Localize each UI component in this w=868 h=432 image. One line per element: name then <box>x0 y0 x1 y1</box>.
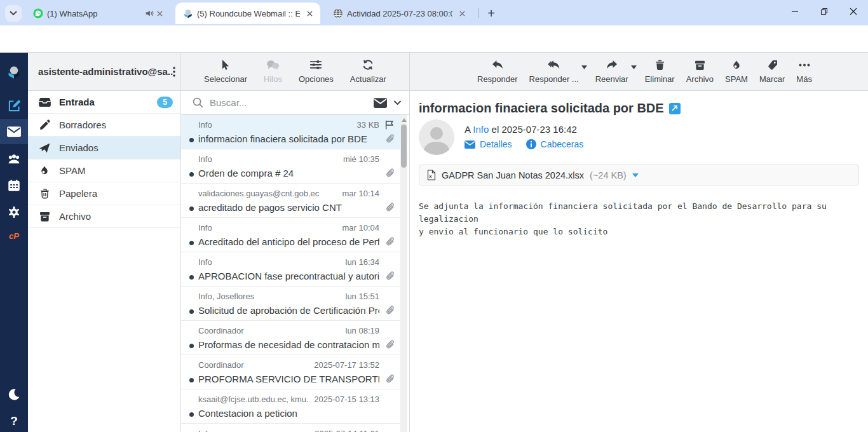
roundcube-app: cP ? asistente-administrativo@sa... Sele… <box>0 53 868 432</box>
tab-audio-icon[interactable] <box>145 9 154 18</box>
tab-close-icon[interactable] <box>154 8 165 19</box>
message-meta: 33 KB <box>357 120 379 130</box>
compose-icon[interactable] <box>0 93 28 118</box>
message-meta: mié 10:35 <box>343 154 379 164</box>
search-options-chevron-icon[interactable] <box>393 100 402 105</box>
cpanel-icon[interactable]: cP <box>0 223 28 248</box>
folder-list: Entrada 5 Borradores Enviados <box>28 91 181 432</box>
mail-icon[interactable] <box>0 119 28 144</box>
message-meta: 2025-07-17 13:52 <box>314 360 379 370</box>
message-list-item[interactable]: Coordinador lun 08:19 Proformas de neces… <box>181 321 401 355</box>
close-button[interactable] <box>839 0 868 23</box>
tab-title: (5) Roundcube Webmail :: Envia <box>197 9 300 18</box>
archive-button[interactable]: Archivo <box>684 58 716 84</box>
message-list-item[interactable]: Info lun 16:34 APROBACION fase precontra… <box>181 252 401 287</box>
attachment-icon <box>379 374 395 384</box>
message-list-item[interactable]: validaciones.guayas@cnt.gob.ec mar 10:14… <box>181 184 401 218</box>
message-list-item[interactable]: Info mar 10:04 Acreditado del anticipo d… <box>181 218 401 252</box>
options-sliders-icon <box>309 58 322 71</box>
scrollbar-thumb[interactable] <box>401 125 407 168</box>
details-toggle[interactable]: Detalles <box>465 139 512 149</box>
folder-archivo[interactable]: Archivo <box>28 205 180 228</box>
attachment-filename[interactable]: GADPR San Juan Notas 2024.xlsx <box>442 170 584 180</box>
folder-spam[interactable]: SPAM <box>28 159 180 182</box>
account-menu-icon[interactable] <box>173 67 175 77</box>
tab-title: (1) WhatsApp <box>47 9 141 18</box>
roundcube-logo[interactable] <box>0 59 28 84</box>
search-scope-mail-icon[interactable] <box>374 98 387 108</box>
attachment-bar[interactable]: x GADPR San Juan Notas 2024.xlsx (~24 KB… <box>419 165 859 186</box>
more-button[interactable]: Más <box>794 58 815 84</box>
trash-icon <box>655 58 665 71</box>
message-meta: lun 08:19 <box>346 326 380 335</box>
reply-all-caret-icon[interactable] <box>581 65 587 69</box>
message-subject: PROFORMA SERVICIO DE TRANSPORTE <box>198 374 379 384</box>
attachment-icon <box>379 340 395 350</box>
settings-gear-icon[interactable] <box>0 199 28 225</box>
folder-entrada[interactable]: Entrada 5 <box>28 91 180 114</box>
xlsx-file-icon: x <box>427 170 436 180</box>
list-toolbar: Seleccionar Hilos Opcion <box>181 53 410 90</box>
calendar-icon[interactable] <box>0 173 28 198</box>
message-list-item[interactable]: Info 33 KB informacion finaciera solicit… <box>181 115 401 149</box>
tab-search-button[interactable] <box>5 5 22 22</box>
message-list-item[interactable]: Info, Joseflores lun 15:51 Solicitud de … <box>181 287 401 321</box>
message-sender: Info, Joseflores <box>198 292 341 301</box>
refresh-button[interactable]: Actualizar <box>348 58 389 84</box>
options-button[interactable]: Opciones <box>296 58 336 84</box>
restore-button[interactable] <box>810 0 839 23</box>
help-icon[interactable]: ? <box>0 408 28 432</box>
folder-enviados[interactable]: Enviados <box>28 137 180 159</box>
forward-icon <box>606 58 618 71</box>
delete-button[interactable]: Eliminar <box>642 58 677 84</box>
scrollbar-up-arrow[interactable] <box>402 118 407 122</box>
spam-button[interactable]: SPAM <box>722 58 750 84</box>
minimize-button[interactable] <box>780 0 810 23</box>
info-circle-icon <box>526 139 536 149</box>
open-in-new-window-icon[interactable] <box>669 103 681 114</box>
new-tab-button[interactable]: + <box>483 5 499 22</box>
unread-dot <box>189 309 194 314</box>
threads-button[interactable]: Hilos <box>261 58 285 84</box>
account-email: asistente-administrativo@sa... <box>38 66 173 77</box>
message-list-item[interactable]: Info mié 10:35 Orden de compra # 24 <box>181 149 401 184</box>
reply-button[interactable]: Responder <box>475 58 520 84</box>
tab-title: Actividad 2025-07-23 08:00:00 <box>347 9 452 18</box>
forward-button[interactable]: Reenviar <box>593 58 631 84</box>
folder-borradores[interactable]: Borradores <box>28 114 180 137</box>
select-button[interactable]: Seleccionar <box>201 58 250 84</box>
message-list-item[interactable]: Info 2025-07-14 11:01 <box>181 424 401 432</box>
browser-tab-actividad[interactable]: Actividad 2025-07-23 08:00:00 <box>325 3 473 24</box>
flag-icon[interactable] <box>379 120 395 130</box>
refresh-icon <box>362 58 374 71</box>
reply-all-button[interactable]: Responder ... <box>527 58 581 84</box>
tab-close-icon[interactable] <box>456 8 468 19</box>
dark-mode-moon-icon[interactable] <box>0 382 28 407</box>
message-meta: mar 10:14 <box>342 189 379 198</box>
message-body: Se adjunta la información financiera sol… <box>419 200 857 238</box>
account-header: asistente-administrativo@sa... <box>28 53 181 90</box>
contacts-icon[interactable] <box>0 146 28 172</box>
attachment-icon <box>379 237 395 247</box>
search-bar <box>181 91 409 115</box>
browser-tab-roundcube[interactable]: (5) Roundcube Webmail :: Envia <box>175 3 320 24</box>
message-sender: Info <box>198 223 337 233</box>
message-datetime: 2025-07-23 16:42 <box>501 124 576 135</box>
message-sender: Coordinador <box>198 360 309 370</box>
archive-icon <box>38 212 51 222</box>
attachment-menu-caret-icon[interactable] <box>632 173 639 177</box>
folder-papelera[interactable]: Papelera <box>28 182 180 205</box>
tab-close-icon[interactable] <box>304 8 315 19</box>
forward-caret-icon[interactable] <box>631 65 637 69</box>
headers-toggle[interactable]: Cabeceras <box>526 139 584 149</box>
search-input[interactable] <box>210 97 367 108</box>
attachment-icon <box>379 306 395 316</box>
list-scrollbar[interactable] <box>400 115 407 432</box>
message-meta: lun 15:51 <box>346 292 380 301</box>
browser-tab-whatsapp[interactable]: (1) WhatsApp <box>25 3 170 24</box>
message-list-item[interactable]: Coordinador 2025-07-17 13:52 PROFORMA SE… <box>181 355 401 389</box>
message-list-item[interactable]: ksaait@fcjse.utb.edu.ec, kmu... 2025-07-… <box>181 389 401 424</box>
app-rail: cP ? <box>0 53 28 432</box>
recipient-link[interactable]: Info <box>473 124 489 135</box>
mark-button[interactable]: Marcar <box>757 58 787 84</box>
